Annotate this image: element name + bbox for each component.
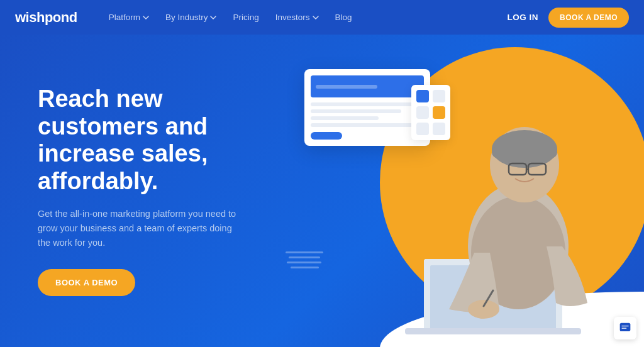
chat-widget-button[interactable] <box>614 317 636 339</box>
book-demo-hero-button[interactable]: BOOK A DEMO <box>38 269 135 296</box>
icon-panel-decoration <box>411 85 450 140</box>
hero-section: Reach new customers and increase sales, … <box>0 35 644 347</box>
login-button[interactable]: LOG IN <box>508 13 539 22</box>
brand-logo[interactable]: wishpond <box>15 9 77 26</box>
book-demo-nav-button[interactable]: BOOK A DEMO <box>548 8 629 28</box>
hero-headline: Reach new customers and increase sales, … <box>38 85 270 196</box>
nav-platform[interactable]: Platform <box>103 9 155 26</box>
chat-icon <box>619 322 631 334</box>
svg-rect-8 <box>492 146 557 158</box>
hero-right <box>273 35 644 347</box>
nav-blog[interactable]: Blog <box>329 9 358 26</box>
navbar: wishpond Platform By Industry Pricing In… <box>0 0 644 35</box>
svg-point-12 <box>468 300 499 319</box>
hero-subtext: Get the all-in-one marketing platform yo… <box>38 207 239 251</box>
nav-investors[interactable]: Investors <box>269 9 325 26</box>
nav-right: LOG IN BOOK A DEMO <box>508 8 629 28</box>
nav-links: Platform By Industry Pricing Investors B… <box>103 9 508 26</box>
svg-rect-3 <box>405 328 581 334</box>
wavy-lines-decoration <box>286 251 323 272</box>
hero-left: Reach new customers and increase sales, … <box>0 85 270 296</box>
chevron-down-icon <box>210 14 216 21</box>
nav-pricing[interactable]: Pricing <box>226 9 265 26</box>
nav-by-industry[interactable]: By Industry <box>159 9 223 26</box>
chevron-down-icon <box>313 14 319 21</box>
chevron-down-icon <box>143 14 149 21</box>
